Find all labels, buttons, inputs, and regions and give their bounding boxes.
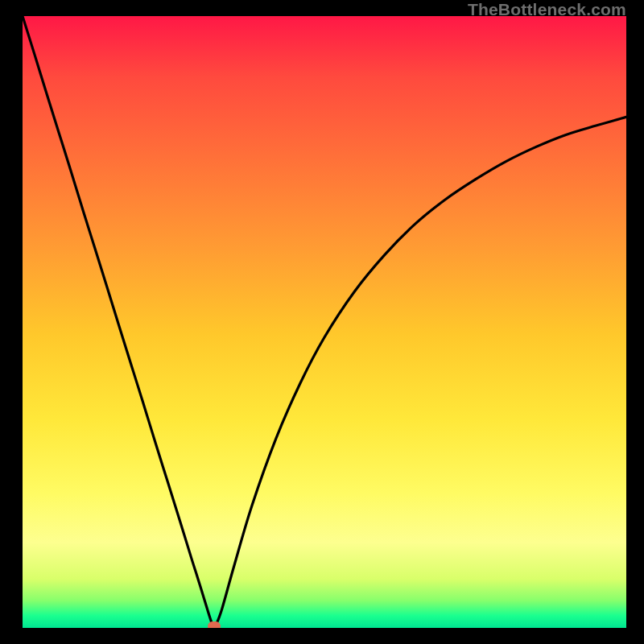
chart-frame: TheBottleneck.com	[0, 0, 644, 644]
optimal-point-marker	[208, 621, 221, 628]
credit-text: TheBottleneck.com	[468, 0, 626, 19]
bottleneck-curve	[23, 16, 626, 628]
plot-area	[23, 16, 626, 628]
